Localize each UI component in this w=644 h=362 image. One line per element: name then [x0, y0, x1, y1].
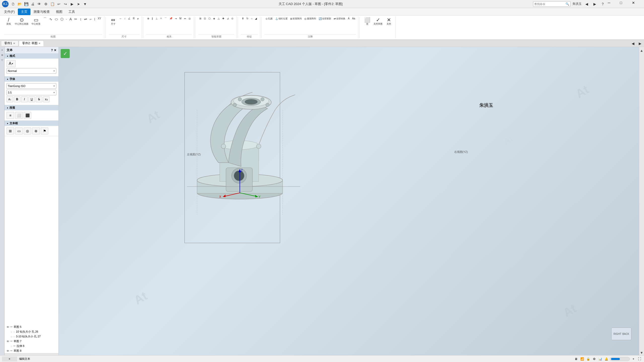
eye-icon-sketch5[interactable]: 👁	[7, 326, 9, 329]
eye-icon-hole27[interactable]: ○	[11, 335, 12, 338]
expand-btn[interactable]: ▼	[82, 1, 88, 7]
tf-grid-btn[interactable]: ⊞	[7, 127, 14, 134]
close-sketch-btn[interactable]: ✓ 关闭草图	[372, 17, 384, 26]
smart1[interactable]: ⊞	[198, 17, 202, 20]
trim-tool[interactable]: ✂	[73, 17, 78, 22]
undo-btn[interactable]: ↩	[56, 1, 62, 7]
menu-measure[interactable]: 测量与检查	[30, 9, 53, 15]
offset-tool[interactable]: ↕	[79, 17, 83, 22]
circle-array[interactable]: ◎圆形阵列	[303, 17, 317, 21]
search-input[interactable]	[534, 3, 564, 6]
menu-file[interactable]: 文件(F)	[1, 9, 18, 15]
hole[interactable]: ○	[250, 17, 253, 20]
help-nav-back[interactable]: ◀	[584, 1, 590, 7]
print-btn[interactable]: 🖨	[30, 1, 36, 7]
annot1[interactable]: A	[347, 17, 351, 20]
doc-tab-part2-close[interactable]: ✕	[39, 42, 41, 45]
nav-up[interactable]: ▲	[639, 48, 644, 53]
point-tool[interactable]: ·	[65, 17, 68, 22]
smart3[interactable]: ⬡	[207, 17, 212, 20]
font-style-icon-btn[interactable]: A↕	[7, 96, 13, 102]
status-chart-icon[interactable]: 📊	[598, 356, 603, 361]
help-nav-fwd[interactable]: ▶	[592, 1, 598, 7]
zoom-slider[interactable]	[610, 357, 630, 361]
rect-array[interactable]: ⊞矩形阵列	[289, 17, 303, 21]
fix[interactable]: 📌	[168, 17, 173, 20]
nav-cube[interactable]: RIGHT BACK	[611, 328, 631, 340]
status-lock-icon[interactable]: 🔒	[586, 356, 591, 361]
tree-item-hole26[interactable]: ○ ○ 10 钻头大小 孔 26	[5, 329, 58, 334]
format-section-header[interactable]: ▲ 格式	[5, 53, 58, 59]
close-btn-ribbon[interactable]: ✕ 关闭	[384, 17, 393, 26]
eye-icon-sketch7[interactable]: 👁	[7, 340, 9, 343]
tree-item-sketch7[interactable]: 👁 ✏ 草图 7	[5, 339, 58, 344]
arc-tool[interactable]: ⌒	[42, 17, 48, 22]
save-btn[interactable]: 💾	[23, 1, 29, 7]
sidebar-btn-1[interactable]: ≡	[0, 48, 4, 52]
indent-right-btn[interactable]: ⬛	[24, 112, 31, 119]
coincident[interactable]: ⊕	[146, 17, 150, 20]
restore-btn[interactable]: □	[620, 1, 630, 7]
parallel[interactable]: ∥	[151, 17, 154, 20]
status-monitor-icon[interactable]: 🖥	[574, 356, 579, 361]
sidebar-btn-3[interactable]: ▽	[0, 58, 4, 62]
status-settings-icon[interactable]: ⚙	[592, 356, 597, 361]
tf-target-btn[interactable]: ◎	[24, 127, 31, 134]
settings-btn[interactable]: ⚙	[43, 1, 49, 7]
nav-down[interactable]: ▼	[639, 350, 644, 355]
anchor[interactable]: ⚓锚钉位置	[274, 17, 289, 21]
canvas-area[interactable]: ✓ At At At At At 左视图(YZ) 右视图(YZ) 朱洪玉	[59, 47, 639, 355]
tf-plus-arrow-btn[interactable]: ⊕	[32, 127, 40, 134]
font-size-select[interactable]: 3.5 ▼	[7, 90, 56, 95]
panel-close-icon[interactable]: ✕	[54, 49, 56, 52]
tangent[interactable]: ⌒	[163, 17, 168, 21]
style-select[interactable]: Normal ▼	[7, 68, 56, 74]
collinear[interactable]: ⇒	[174, 17, 178, 20]
eye-icon-extrude8[interactable]: ○	[11, 345, 12, 348]
symmetric[interactable]: ⇔	[183, 17, 187, 20]
menu-tools[interactable]: 工具	[65, 9, 78, 15]
format-icon-btn[interactable]: A ▼	[7, 60, 16, 67]
smart6[interactable]: ✚	[221, 17, 225, 20]
doc-tab-part1[interactable]: 零件1 ✕	[1, 40, 18, 46]
tree-item-extrude8[interactable]: ○ ✏ 拉伸 8	[5, 344, 58, 348]
status-signal-icon[interactable]: 📶	[580, 356, 585, 361]
open-btn[interactable]: 📂	[17, 1, 23, 7]
copy-btn[interactable]: 📋	[49, 1, 55, 7]
tree-item-hole27[interactable]: ○ ○ 3-10 钻头大小 孔 27	[5, 334, 58, 339]
font-family-select[interactable]: TianGong ISO ▼	[7, 83, 56, 89]
subscript-btn[interactable]: x₂	[43, 96, 50, 102]
underline-btn[interactable]: U	[28, 96, 35, 102]
status-plus-icon[interactable]: +	[631, 356, 636, 361]
redo-btn[interactable]: ↪	[62, 1, 68, 7]
mirror-tool[interactable]: ⇌	[83, 17, 88, 22]
update-all[interactable]: 🔄全部更新	[318, 17, 332, 21]
text-tool[interactable]: A	[68, 17, 73, 22]
spline-tool[interactable]: ∿	[48, 17, 53, 22]
status-bell-icon[interactable]: 🔔	[604, 356, 609, 361]
smart7[interactable]: ⊿	[226, 17, 230, 20]
rect-tool[interactable]: ▭ 中心矩形	[30, 17, 42, 26]
eye-icon-hole26[interactable]: ○	[11, 330, 12, 333]
pattern-tool[interactable]: ⁞	[93, 17, 96, 22]
poly-tool[interactable]: ⬡	[59, 17, 64, 22]
tree-item-sketch5[interactable]: 👁 ✏ 草图 5	[5, 325, 58, 329]
perp[interactable]: ⊥	[155, 17, 159, 20]
menu-view[interactable]: 视图	[53, 9, 65, 15]
strikethrough-btn[interactable]: S̶	[36, 96, 42, 102]
extrude[interactable]: ⬆	[241, 17, 245, 20]
tf-rect-btn[interactable]: ▭	[15, 127, 23, 134]
run-btn[interactable]: ▶	[69, 1, 75, 7]
convert-all[interactable]: ⇄全部转换	[333, 17, 346, 21]
horiz-dim[interactable]: ↔	[118, 17, 123, 20]
chamfer[interactable]: ◢	[254, 17, 258, 20]
radius-dim[interactable]: R	[132, 17, 136, 20]
menu-home[interactable]: 主页	[18, 9, 30, 15]
doc-tab-part2[interactable]: 零件2: 草图 ✕	[19, 40, 44, 46]
status-fullscreen-icon[interactable]: ⛶	[637, 356, 642, 361]
font-section-header[interactable]: ▲ 字体	[5, 76, 58, 82]
xy-tool[interactable]: XY	[97, 17, 102, 20]
confirm-btn[interactable]: ✓	[61, 49, 70, 58]
close-btn[interactable]: ✕	[632, 1, 642, 7]
smart2[interactable]: ⊡	[203, 17, 207, 20]
